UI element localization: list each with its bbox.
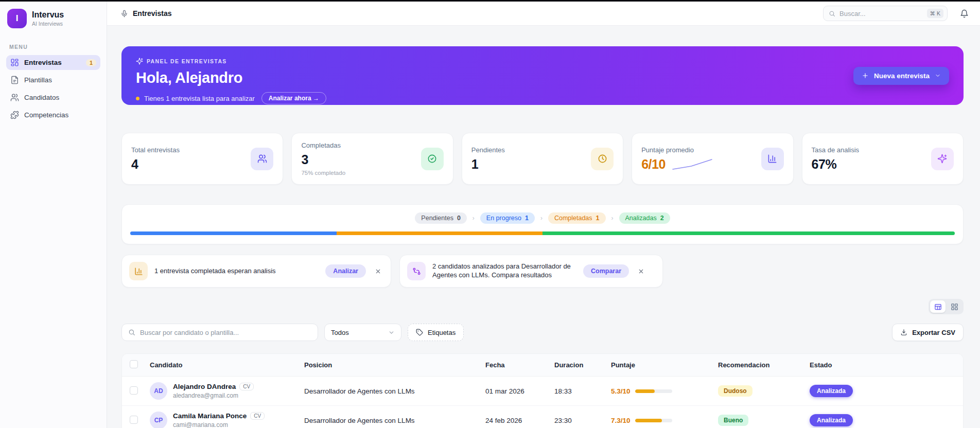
- column-header-status[interactable]: Estado: [806, 354, 963, 377]
- brand-name: Intervus: [32, 10, 64, 20]
- stage-separator: ›: [472, 215, 475, 222]
- recommendation-badge: Dudoso: [718, 385, 752, 397]
- bar-chart-icon: [134, 267, 143, 276]
- stage-count: 0: [457, 215, 461, 222]
- chevron-down-icon: [935, 73, 941, 79]
- alert-text: 1 entrevista completada esperan analisis: [154, 267, 319, 276]
- sidebar-item-plantillas[interactable]: Plantillas: [6, 73, 100, 87]
- position-cell: Desarrollador de Agentes con LLMs: [300, 406, 481, 428]
- column-header-recommendation[interactable]: Recomendacion: [714, 354, 806, 377]
- alert-text: 2 candidatos analizados para Desarrollad…: [432, 262, 576, 280]
- notifications-button[interactable]: [960, 9, 969, 18]
- bar-chart-icon: [767, 154, 777, 164]
- close-icon[interactable]: [636, 266, 646, 277]
- app-root: I Intervus AI Interviews MENU Entrevista…: [0, 2, 980, 428]
- stat-label: Total entrevistas: [131, 146, 180, 154]
- topbar: Entrevistas ⌘ K: [107, 2, 980, 26]
- table-header-row: Candidato Posicion Fecha Duracion Puntaj…: [122, 354, 963, 377]
- stage-separator: ›: [540, 215, 542, 222]
- score-value: 7.3/10: [611, 417, 631, 424]
- candidate-search[interactable]: [121, 324, 318, 341]
- stage-label: Completadas: [554, 215, 592, 222]
- candidate-search-input[interactable]: [140, 329, 311, 336]
- row-checkbox[interactable]: [130, 416, 138, 424]
- candidate-email: aledandrea@gmail.com: [173, 392, 254, 399]
- score-bar: [635, 389, 672, 393]
- status-badge: Analizada: [810, 385, 853, 397]
- position-cell: Desarrollador de Agentes con LLMs: [300, 377, 481, 406]
- select-all-checkbox[interactable]: [130, 360, 138, 368]
- cv-badge[interactable]: CV: [239, 383, 254, 390]
- stage-count: 1: [525, 215, 529, 222]
- column-header-score[interactable]: Puntaje: [607, 354, 714, 377]
- sidebar-item-label: Competencias: [24, 111, 68, 119]
- score-sparkline: [672, 157, 713, 171]
- stat-card-completed: Completadas 3 75% completado: [291, 133, 453, 185]
- global-search-input[interactable]: [839, 10, 923, 17]
- stage-analizadas[interactable]: Analizadas2: [619, 212, 670, 224]
- sidebar-item-label: Entrevistas: [24, 59, 62, 66]
- check-circle-icon: [427, 154, 437, 164]
- sidebar-item-candidatos[interactable]: Candidatos: [6, 90, 100, 105]
- stage-en-progreso[interactable]: En progreso1: [480, 212, 535, 224]
- tags-filter-button[interactable]: Etiquetas: [408, 324, 464, 341]
- analyze-now-button[interactable]: Analizar ahora →: [261, 92, 326, 104]
- row-checkbox[interactable]: [130, 386, 138, 395]
- column-header-duration[interactable]: Duracion: [550, 354, 607, 377]
- progress-segment-completadas: [337, 231, 543, 235]
- export-csv-button[interactable]: Exportar CSV: [892, 324, 964, 341]
- brand: I Intervus AI Interviews: [6, 8, 100, 29]
- avatar: CP: [150, 412, 167, 428]
- compare-button[interactable]: Comparar: [583, 264, 629, 278]
- cv-badge[interactable]: CV: [250, 412, 265, 420]
- sidebar: I Intervus AI Interviews MENU Entrevista…: [0, 2, 107, 428]
- stat-card-average-score: Puntaje promedio 6/10: [632, 133, 793, 185]
- table-view-icon: [934, 303, 942, 311]
- stage-separator: ›: [611, 215, 614, 222]
- stage-pendientes[interactable]: Pendientes0: [415, 212, 467, 224]
- stat-label: Pendientes: [471, 146, 505, 154]
- table-row[interactable]: CP Camila Mariana Ponce CV cami@mariana.…: [122, 406, 963, 428]
- menu-section-label: MENU: [6, 44, 100, 50]
- stage-label: Pendientes: [421, 215, 453, 222]
- clock-icon: [598, 154, 607, 164]
- hero-greeting: Hola, Alejandro: [136, 69, 326, 86]
- hero-banner: PANEL DE ENTREVISTAS Hola, Alejandro Tie…: [121, 46, 964, 105]
- stage-count: 2: [660, 215, 664, 222]
- stage-label: En progreso: [486, 215, 521, 222]
- duration-cell: 18:33: [550, 377, 607, 406]
- analyze-button[interactable]: Analizar: [325, 264, 366, 278]
- dashboard-grid-icon: [10, 58, 19, 67]
- microphone-icon: [120, 10, 128, 17]
- pipeline-stages: Pendientes0 › En progreso1 › Completadas…: [130, 212, 955, 224]
- close-icon[interactable]: [373, 266, 383, 277]
- stage-completadas[interactable]: Completadas1: [548, 212, 606, 224]
- column-header-position[interactable]: Posicion: [300, 354, 481, 377]
- export-csv-label: Exportar CSV: [912, 329, 955, 336]
- stat-value: 67%: [812, 157, 860, 172]
- global-search[interactable]: ⌘ K: [823, 6, 948, 21]
- stat-label: Completadas: [301, 141, 345, 149]
- date-cell: 24 feb 2026: [481, 406, 550, 428]
- new-interview-button[interactable]: Nueva entrevista: [853, 67, 949, 85]
- status-filter-select[interactable]: Todos: [324, 324, 401, 341]
- avatar: AD: [150, 382, 167, 400]
- table-row[interactable]: AD Alejandro DAndrea CV aledandrea@gmail…: [122, 377, 963, 406]
- grid-view-icon: [951, 303, 958, 311]
- entrevistas-count-badge: 1: [86, 59, 96, 66]
- column-header-date[interactable]: Fecha: [481, 354, 550, 377]
- score-bar-fill: [635, 389, 655, 393]
- stat-card-pending: Pendientes 1: [462, 133, 623, 185]
- grid-view-button[interactable]: [947, 300, 962, 313]
- document-icon: [10, 76, 19, 84]
- sidebar-item-entrevistas[interactable]: Entrevistas 1: [6, 55, 100, 70]
- stat-subtext: 75% completado: [301, 170, 345, 176]
- stat-value: 6/10: [641, 157, 666, 172]
- users-icon: [10, 93, 19, 102]
- sidebar-item-competencias[interactable]: Competencias: [6, 108, 100, 122]
- table-view-button[interactable]: [930, 300, 946, 313]
- column-header-candidate[interactable]: Candidato: [146, 354, 300, 377]
- stat-card-total: Total entrevistas 4: [121, 133, 283, 185]
- plus-icon: [862, 72, 869, 79]
- stage-label: Analizadas: [625, 215, 657, 222]
